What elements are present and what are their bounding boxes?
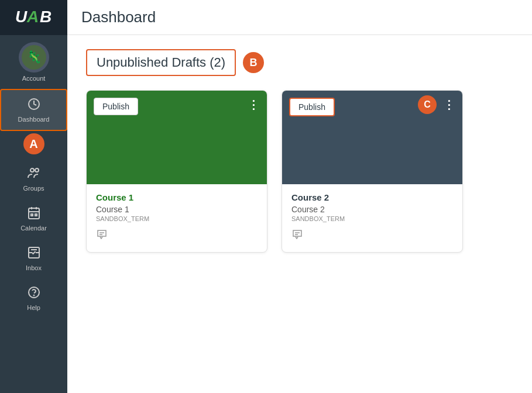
- badge-b-text: B: [250, 57, 258, 69]
- sidebar-item-account[interactable]: 🦎 Account: [0, 35, 67, 89]
- card-term-1: SANDBOX_TERM: [96, 215, 258, 222]
- card-course-name-1[interactable]: Course 1: [96, 192, 258, 202]
- card-body-2: Course 2 Course 2 SANDBOX_TERM: [282, 184, 462, 252]
- course-card-1: Publish ⋮ Course 1 Course 1 SANDBOX_TERM: [86, 90, 267, 253]
- card-subtitle-2: Course 2: [291, 205, 453, 214]
- card-term-2: SANDBOX_TERM: [291, 215, 453, 222]
- section-header: Unpublished Drafts (2) B: [86, 49, 513, 76]
- sidebar: U A B 🦎 Account Dashboard A: [0, 0, 67, 393]
- svg-text:A: A: [26, 8, 38, 26]
- badge-a-text: A: [29, 137, 37, 151]
- page-title: Dashboard: [81, 8, 156, 26]
- card-image-1: Publish ⋮: [87, 91, 267, 184]
- svg-text:🦎: 🦎: [26, 50, 41, 64]
- sidebar-item-inbox-label: Inbox: [26, 264, 42, 271]
- logo-area: U A B: [0, 0, 67, 35]
- svg-point-20: [33, 295, 34, 296]
- content-area: Unpublished Drafts (2) B Publish ⋮ Cours…: [67, 35, 532, 393]
- publish-button-2[interactable]: Publish: [289, 98, 335, 116]
- svg-rect-13: [31, 214, 33, 216]
- dashboard-icon: [27, 97, 41, 113]
- sidebar-item-calendar-label: Calendar: [20, 225, 47, 232]
- card-course-name-2[interactable]: Course 2: [291, 192, 453, 202]
- top-bar: Dashboard: [67, 0, 532, 35]
- inbox-icon: [27, 246, 41, 262]
- svg-point-7: [30, 168, 34, 172]
- sidebar-item-account-label: Account: [22, 75, 46, 82]
- more-options-icon-2[interactable]: ⋮: [443, 99, 455, 111]
- publish-button-1[interactable]: Publish: [94, 98, 138, 115]
- chat-icon-1[interactable]: [96, 230, 108, 242]
- card-image-2: Publish C ⋮: [282, 91, 462, 184]
- sidebar-item-dashboard-label: Dashboard: [18, 116, 50, 123]
- badge-c[interactable]: C: [418, 95, 437, 114]
- badge-c-text: C: [424, 99, 431, 110]
- sidebar-item-dashboard[interactable]: Dashboard: [0, 89, 67, 131]
- sidebar-item-help[interactable]: Help: [0, 278, 67, 318]
- calendar-icon: [27, 206, 41, 222]
- svg-rect-14: [35, 214, 37, 216]
- sidebar-item-groups-label: Groups: [23, 185, 44, 192]
- main-content: Dashboard Unpublished Drafts (2) B Publi…: [67, 0, 532, 393]
- svg-text:B: B: [40, 8, 52, 26]
- course-card-2: Publish C ⋮ Course 2 Course 2 SANDBOX_TE…: [282, 90, 463, 253]
- help-icon: [27, 285, 41, 302]
- svg-text:U: U: [15, 8, 28, 26]
- badge-a[interactable]: A: [23, 133, 44, 154]
- groups-icon: [27, 166, 41, 182]
- avatar: 🦎: [19, 42, 49, 73]
- sidebar-item-calendar[interactable]: Calendar: [0, 199, 67, 239]
- cards-row: Publish ⋮ Course 1 Course 1 SANDBOX_TERM: [86, 90, 513, 253]
- card-body-1: Course 1 Course 1 SANDBOX_TERM: [87, 184, 267, 252]
- chat-icon-2[interactable]: [291, 230, 303, 242]
- svg-rect-9: [29, 208, 39, 219]
- badge-b[interactable]: B: [243, 52, 264, 73]
- sidebar-item-groups[interactable]: Groups: [0, 159, 67, 199]
- card-subtitle-1: Course 1: [96, 205, 258, 214]
- section-title: Unpublished Drafts (2): [86, 49, 236, 76]
- sidebar-item-help-label: Help: [27, 304, 40, 311]
- uab-logo: U A B: [13, 5, 55, 31]
- sidebar-item-inbox[interactable]: Inbox: [0, 239, 67, 278]
- svg-point-8: [35, 168, 39, 172]
- more-options-icon-1[interactable]: ⋮: [248, 99, 260, 111]
